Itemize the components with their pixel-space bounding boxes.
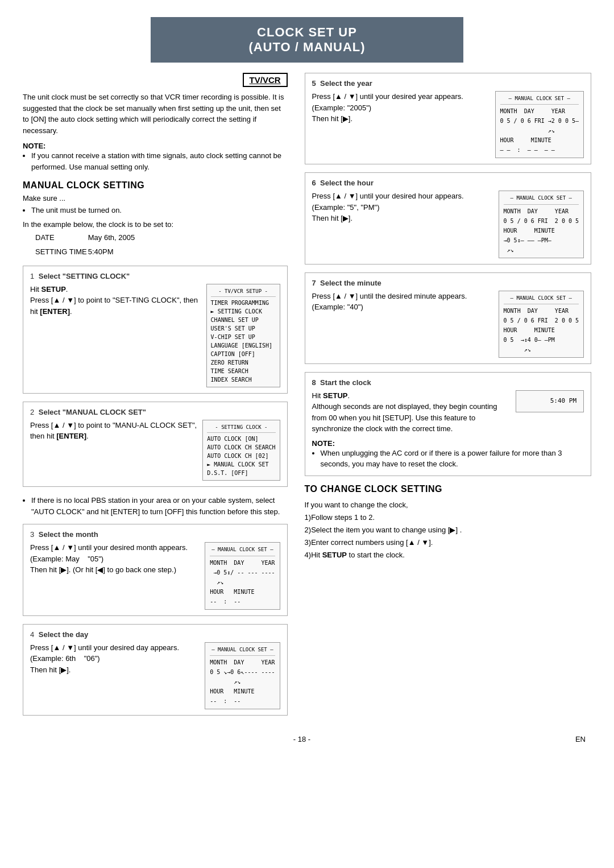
step-3-box: 3 Select the month Press [▲ / ▼] until y… — [23, 524, 288, 615]
footer-lang: EN — [575, 735, 586, 743]
example-table: DATE May 6th, 2005 SETTING TIME 5:40PM — [34, 230, 136, 260]
step2-extra-note: If there is no local PBS station in your… — [23, 495, 288, 517]
menu-vchip: V-CHIP SET UP — [211, 333, 276, 341]
step-6-screen: – MANUAL CLOCK SET – MONTH DAY YEAR 0 5 … — [499, 191, 584, 258]
note-label: NOTE: — [23, 142, 45, 150]
step-2-screen-title: - SETTING CLOCK - — [207, 423, 275, 433]
step-3-num: 3 — [30, 530, 34, 539]
title-line2: (AUTO / MANUAL) — [162, 40, 452, 55]
step-7-box: 7 Select the minute Press [▲ / ▼] until … — [305, 272, 591, 364]
step-3-content: Press [▲ / ▼] until your desired month a… — [30, 542, 280, 609]
step-8-setup-bold: SETUP — [323, 391, 347, 400]
make-sure: Make sure ... — [23, 194, 288, 202]
step-7-header: 7 Select the minute — [312, 279, 584, 287]
step-1-header: 1 Select "SETTING CLOCK" — [30, 272, 280, 280]
step-5-screen: – MANUAL CLOCK SET – MONTH DAY YEAR 0 5 … — [495, 91, 584, 158]
step-3-header: 3 Select the month — [30, 530, 280, 539]
step-4-screen-title: – MANUAL CLOCK SET – — [210, 646, 275, 656]
step-5-num: 5 — [312, 79, 316, 88]
step-6-box: 6 Select the hour Press [▲ / ▼] until yo… — [305, 172, 591, 264]
step-1-screen: - TV/VCR SETUP - TIMER PROGRAMMING ► SET… — [206, 284, 280, 387]
step-8-content: Hit SETUP. Although seconds are not disp… — [312, 390, 584, 435]
menu-timer: TIMER PROGRAMMING — [211, 299, 276, 307]
step-1-screen-title: - TV/VCR SETUP - — [211, 287, 276, 297]
step-5-text: Press [▲ / ▼] until your desired year ap… — [312, 91, 489, 125]
step-3-screen: – MANUAL CLOCK SET – MONTH DAY YEAR →0 5… — [205, 542, 280, 609]
to-change-item-3: 3)Enter correct numbers using [▲ / ▼]. — [305, 536, 591, 549]
step-8-screen: 5:40 PM — [516, 390, 584, 412]
title-line1: CLOCK SET UP — [162, 25, 452, 40]
menu-dst: D.S.T. [OFF] — [207, 469, 275, 477]
step-8-note-section: NOTE: When unplugging the AC cord or if … — [312, 439, 584, 470]
example-intro: In the example below, the clock is to be… — [23, 220, 288, 229]
step-6-content: Press [▲ / ▼] until your desired hour ap… — [312, 191, 584, 258]
step-3-heading: Select the month — [39, 530, 98, 539]
to-change-section: TO CHANGE CLOCK SETTING If you want to c… — [305, 484, 591, 561]
step-8-text: Hit SETUP. Although seconds are not disp… — [312, 390, 510, 435]
note-list: If you cannot receive a station with tim… — [31, 150, 288, 172]
step-8-num: 8 — [312, 378, 316, 387]
step-3-text: Press [▲ / ▼] until your desired month a… — [30, 542, 199, 576]
intro-text: The unit clock must be set correctly so … — [23, 92, 288, 136]
manual-bullets: The unit must be turned on. — [31, 205, 288, 217]
right-column: 5 Select the year Press [▲ / ▼] until yo… — [305, 73, 591, 724]
menu-time-search: TIME SEARCH — [211, 367, 276, 375]
step-2-bold: [ENTER] — [56, 432, 86, 440]
page-footer: - 18 - EN — [23, 735, 591, 743]
menu-zero: ZERO RETURN — [211, 358, 276, 367]
step-3-screen-title: – MANUAL CLOCK SET – — [210, 545, 275, 556]
example-time-label: SETTING TIME — [35, 245, 87, 258]
step-6-heading: Select the hour — [320, 179, 374, 187]
step2-bullet: If there is no local PBS station in your… — [31, 495, 288, 517]
footer-page-num: - 18 - — [293, 735, 310, 743]
step-4-box: 4 Select the day Press [▲ / ▼] until you… — [23, 624, 288, 716]
step-8-body: Although seconds are not displayed, they… — [312, 402, 497, 433]
example-date-value: May 6th, 2005 — [88, 231, 135, 244]
menu-auto-clock-ch-search: AUTO CLOCK CH SEARCH — [207, 443, 275, 452]
step-2-heading: Select "MANUAL CLOCK SET" — [39, 408, 146, 416]
step-8-box: 8 Start the clock Hit SETUP. Although se… — [305, 372, 591, 476]
to-change-setup-bold: SETUP — [322, 551, 347, 559]
step-2-screen: - SETTING CLOCK - AUTO CLOCK [ON] AUTO C… — [202, 420, 280, 481]
step-1-text: Hit SETUP. Press [▲ / ▼] to point to "SE… — [30, 284, 201, 317]
page-wrapper: CLOCK SET UP (AUTO / MANUAL) TV/VCR The … — [23, 17, 591, 743]
step-2-num: 2 — [30, 408, 34, 416]
manual-bullet-1: The unit must be turned on. — [31, 205, 288, 217]
example-date-label: DATE — [35, 231, 87, 244]
menu-index: INDEX SEARCH — [211, 375, 276, 384]
step-6-num: 6 — [312, 179, 316, 187]
step-2-content: Press [▲ / ▼] to point to "MANU-AL CLOCK… — [30, 420, 280, 481]
to-change-title: TO CHANGE CLOCK SETTING — [305, 484, 591, 494]
menu-channel: CHANNEL SET UP — [211, 316, 276, 324]
tv-vcr-badge: TV/VCR — [243, 73, 288, 87]
step-5-header: 5 Select the year — [312, 79, 584, 88]
to-change-item-4: 4)Hit SETUP to start the clock. — [305, 549, 591, 561]
menu-setting-clock: ► SETTING CLOCK — [211, 307, 276, 316]
step-1-content: Hit SETUP. Press [▲ / ▼] to point to "SE… — [30, 284, 280, 387]
step-4-text: Press [▲ / ▼] until your desired day app… — [30, 642, 199, 676]
step-5-screen-title: – MANUAL CLOCK SET – — [500, 94, 579, 105]
step-8-screen-time: 5:40 PM — [521, 394, 579, 409]
step-7-screen-title: – MANUAL CLOCK SET – — [504, 294, 579, 304]
step-7-num: 7 — [312, 279, 316, 287]
step-4-screen: – MANUAL CLOCK SET – MONTH DAY YEAR 0 5 … — [205, 642, 280, 709]
step-2-header: 2 Select "MANUAL CLOCK SET" — [30, 408, 280, 416]
page-header: CLOCK SET UP (AUTO / MANUAL) — [151, 17, 463, 63]
step-4-heading: Select the day — [39, 630, 88, 639]
menu-auto-clock-ch: AUTO CLOCK CH [02] — [207, 452, 275, 460]
step-5-content: Press [▲ / ▼] until your desired year ap… — [312, 91, 584, 158]
menu-caption: CAPTION [OFF] — [211, 350, 276, 358]
menu-auto-clock: AUTO CLOCK [ON] — [207, 435, 275, 443]
left-column: TV/VCR The unit clock must be set correc… — [23, 73, 288, 724]
step-6-screen-title: – MANUAL CLOCK SET – — [504, 194, 579, 204]
step-1-heading: Select "SETTING CLOCK" — [39, 272, 130, 280]
step-7-screen: – MANUAL CLOCK SET – MONTH DAY YEAR 0 5 … — [499, 291, 584, 358]
step-7-text: Press [▲ / ▼] until the desired minute a… — [312, 291, 493, 313]
to-change-item-0: If you want to change the clock, — [305, 499, 591, 511]
step-8-note-label: NOTE: — [312, 439, 335, 448]
to-change-item-1: 1)Follow steps 1 to 2. — [305, 511, 591, 524]
step-2-text: Press [▲ / ▼] to point to "MANU-AL CLOCK… — [30, 420, 197, 442]
step-1-bold-1: SETUP — [42, 285, 66, 294]
step-8-header: 8 Start the clock — [312, 378, 584, 387]
manual-clock-title: MANUAL CLOCK SETTING — [23, 180, 288, 191]
